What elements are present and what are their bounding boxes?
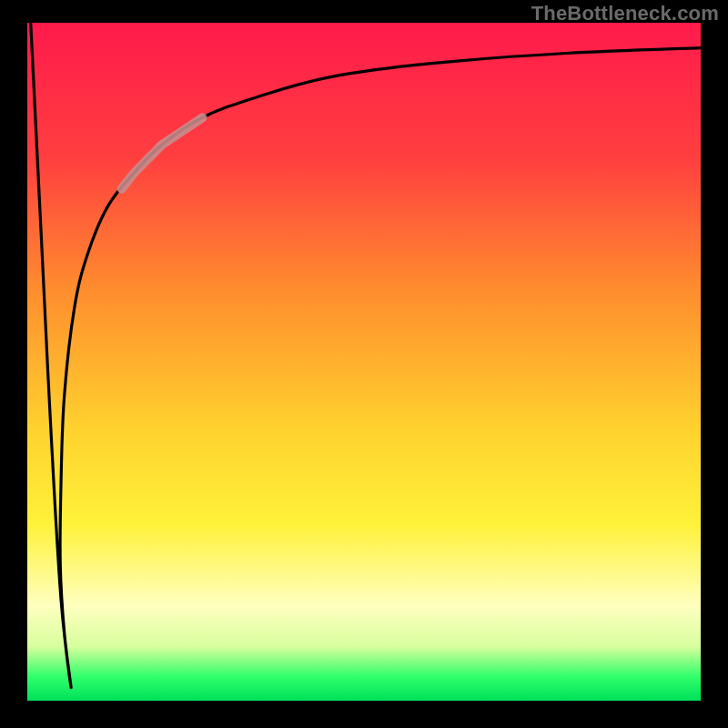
- watermark-label: TheBottleneck.com: [531, 2, 719, 25]
- chart-svg: [0, 0, 728, 728]
- chart-container: TheBottleneck.com: [0, 0, 728, 728]
- plot-area: [27, 23, 701, 701]
